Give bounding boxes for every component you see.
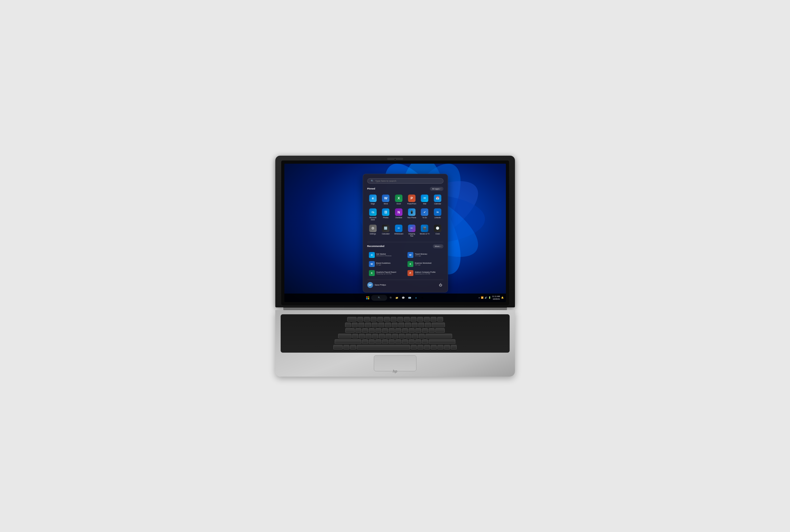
more-button[interactable]: More › xyxy=(433,244,443,248)
rec-item-get-started[interactable]: ⊞ Get Started Welcome to Windows xyxy=(367,251,405,259)
key-f3[interactable] xyxy=(371,317,376,322)
key-f9[interactable] xyxy=(411,317,416,322)
taskbar-chat-button[interactable]: 💬 xyxy=(400,295,406,301)
key-backslash[interactable] xyxy=(435,328,445,333)
key-m[interactable] xyxy=(402,339,408,344)
key-comma[interactable] xyxy=(409,339,415,344)
all-apps-button[interactable]: All apps › xyxy=(430,187,443,191)
key-f8[interactable] xyxy=(404,317,410,322)
key-rctrl[interactable] xyxy=(424,345,430,350)
key-left[interactable] xyxy=(431,345,437,350)
key-lalt[interactable] xyxy=(350,345,356,350)
key-e[interactable] xyxy=(369,328,375,333)
key-b[interactable] xyxy=(389,339,395,344)
key-del[interactable] xyxy=(437,317,443,322)
taskbar-start-button[interactable] xyxy=(365,295,371,301)
key-semicolon[interactable] xyxy=(412,334,418,339)
key-rbracket[interactable] xyxy=(429,328,435,333)
app-todo[interactable]: ✔ To Do xyxy=(419,207,431,222)
search-bar[interactable]: 🔍 xyxy=(367,178,443,184)
rec-item-payroll[interactable]: X Quarterly Payroll Report Yesterday at … xyxy=(367,269,405,277)
key-v[interactable] xyxy=(382,339,388,344)
key-f[interactable] xyxy=(372,334,378,339)
key-s[interactable] xyxy=(359,334,365,339)
app-linkedin[interactable]: in LinkedIn xyxy=(432,207,443,222)
key-lctrl[interactable] xyxy=(333,345,343,350)
key-slash[interactable] xyxy=(422,339,428,344)
taskbar-explorer-button[interactable]: 📁 xyxy=(394,295,400,301)
key-minus[interactable] xyxy=(418,323,424,327)
key-x[interactable] xyxy=(369,339,375,344)
key-4[interactable] xyxy=(372,323,378,327)
taskbar-search-button[interactable]: 🔍 xyxy=(371,295,387,301)
app-mail[interactable]: ✉ Mail xyxy=(419,193,431,206)
key-up[interactable] xyxy=(437,345,443,350)
taskbar-chevron-icon[interactable]: ∧ xyxy=(478,297,480,299)
key-enter[interactable] xyxy=(426,334,452,339)
app-onenote[interactable]: N OneNote xyxy=(393,207,405,222)
key-r[interactable] xyxy=(375,328,381,333)
volume-icon[interactable]: 🔊 xyxy=(485,297,487,299)
key-rshift[interactable] xyxy=(429,339,455,344)
taskbar-store-button[interactable]: 🛍 xyxy=(420,295,426,301)
rec-item-brand[interactable]: W Brand Guidelines 2h ago xyxy=(367,260,405,268)
key-space[interactable] xyxy=(357,345,410,350)
key-f10[interactable] xyxy=(417,317,423,322)
key-3[interactable] xyxy=(365,323,371,327)
key-lbracket[interactable] xyxy=(422,328,428,333)
rec-item-travel[interactable]: W Travel Itinerary 17m ago xyxy=(406,251,443,259)
key-f6[interactable] xyxy=(391,317,396,322)
app-settings[interactable]: ⚙ Settings xyxy=(367,224,379,238)
system-tray-time[interactable]: 11:11 AM 10/20/21 xyxy=(492,295,500,300)
key-f5[interactable] xyxy=(384,317,390,322)
app-phone[interactable]: 📱 Your Phone xyxy=(406,207,417,222)
key-f2[interactable] xyxy=(364,317,370,322)
app-movies[interactable]: 🎬 Movies & TV xyxy=(419,224,431,238)
key-o[interactable] xyxy=(409,328,415,333)
key-f12[interactable] xyxy=(431,317,436,322)
key-capslock[interactable] xyxy=(338,334,352,339)
key-t[interactable] xyxy=(382,328,388,333)
key-d[interactable] xyxy=(365,334,372,339)
key-backspace[interactable] xyxy=(432,323,445,327)
key-w[interactable] xyxy=(362,328,368,333)
rec-item-expense[interactable]: X Expense Worksheet 12h ago xyxy=(406,260,443,268)
key-ralt[interactable] xyxy=(411,345,417,350)
search-input[interactable] xyxy=(375,179,440,182)
key-y[interactable] xyxy=(389,328,395,333)
notification-icon[interactable]: 🔔 xyxy=(501,297,504,299)
key-esc[interactable] xyxy=(347,317,357,322)
app-photos[interactable]: 🖼 Photos xyxy=(380,207,392,222)
key-5[interactable] xyxy=(378,323,384,327)
key-lshift[interactable] xyxy=(335,339,361,344)
key-c[interactable] xyxy=(375,339,381,344)
key-0[interactable] xyxy=(412,323,417,327)
key-j[interactable] xyxy=(392,334,398,339)
user-info[interactable]: SP Sara Philips xyxy=(367,282,386,288)
key-lwin[interactable] xyxy=(343,345,349,350)
key-6[interactable] xyxy=(385,323,391,327)
key-equal[interactable] xyxy=(425,323,431,327)
key-9[interactable] xyxy=(405,323,411,327)
key-tab[interactable] xyxy=(345,328,355,333)
app-edge[interactable]: e Edge xyxy=(367,193,379,206)
rec-item-adatum[interactable]: P Adatum Company Profile Yesterday at 1:… xyxy=(406,269,443,277)
key-period[interactable] xyxy=(415,339,421,344)
key-8[interactable] xyxy=(398,323,404,327)
power-button[interactable]: ⏻ xyxy=(437,282,443,288)
key-i[interactable] xyxy=(402,328,408,333)
key-f1[interactable] xyxy=(357,317,363,322)
key-backtick[interactable] xyxy=(345,323,351,327)
key-z[interactable] xyxy=(362,339,368,344)
taskbar-mail-button[interactable]: 📧 xyxy=(407,295,413,301)
key-g[interactable] xyxy=(379,334,385,339)
wifi-icon[interactable]: 📶 xyxy=(481,297,484,299)
battery-icon[interactable]: 🔋 xyxy=(488,297,491,299)
app-word[interactable]: W Word xyxy=(380,193,392,206)
key-quote[interactable] xyxy=(419,334,425,339)
key-2[interactable] xyxy=(358,323,364,327)
app-calculator[interactable]: 🔢 Calculator xyxy=(380,224,392,238)
key-u[interactable] xyxy=(395,328,401,333)
key-q[interactable] xyxy=(355,328,361,333)
app-powerpoint[interactable]: P PowerPoint xyxy=(406,193,417,206)
